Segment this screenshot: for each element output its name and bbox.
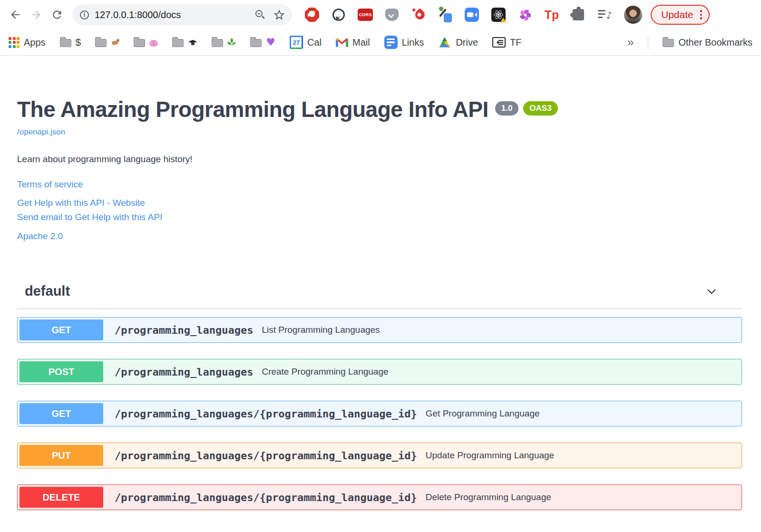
bookmark-star-icon[interactable] <box>273 9 285 21</box>
url-text[interactable]: 127.0.0.1:8000/docs <box>95 10 255 20</box>
swagger-page: The Amazing Programming Language Info AP… <box>0 56 761 510</box>
endpoint-summary: Create Programming Language <box>262 367 388 377</box>
endpoint-summary: Update Programming Language <box>426 450 554 461</box>
google-drive-icon <box>438 37 451 48</box>
page-title: The Amazing Programming Language Info AP… <box>17 97 488 123</box>
chat-bubble-icon[interactable] <box>331 7 346 22</box>
help-email-link[interactable]: Send email to Get Help with this API <box>17 212 742 222</box>
bookmark-label: TF <box>510 37 521 48</box>
openapi-spec-link[interactable]: /openapi.json <box>17 127 65 137</box>
browser-menu-kebab-icon[interactable] <box>700 10 702 19</box>
reload-button[interactable] <box>47 4 68 25</box>
endpoint-row[interactable]: PUT /programming_languages/{programming_… <box>17 443 742 468</box>
endpoint-summary: List Programming Languages <box>262 325 380 335</box>
endpoint-row[interactable]: POST /programming_languages Create Progr… <box>17 359 742 385</box>
red-diamond-extension-icon[interactable] <box>411 7 426 22</box>
links-list-icon <box>384 36 398 49</box>
bookmark-apps[interactable]: Apps <box>9 37 46 48</box>
page-info-icon[interactable]: i <box>80 10 89 19</box>
update-label: Update <box>661 9 693 20</box>
reload-icon <box>51 9 63 21</box>
bookmark-label: Cal <box>307 37 322 48</box>
bookmark-calendar[interactable]: 27 Cal <box>290 36 322 49</box>
folder-icon <box>663 39 674 47</box>
adblock-stop-hand-icon[interactable] <box>304 7 320 22</box>
music-queue-icon[interactable] <box>597 7 613 22</box>
bookmark-label: Mail <box>352 37 370 48</box>
endpoint-path: /programming_languages/{programming_lang… <box>115 450 417 462</box>
bookmark-label: Links <box>402 37 424 48</box>
bookmark-folder-horse[interactable] <box>95 38 119 47</box>
api-info-links: Terms of service Get Help with this API … <box>17 179 742 242</box>
endpoint-row[interactable]: GET /programming_languages/{programming_… <box>17 401 742 426</box>
license-link[interactable]: Apache 2.0 <box>17 231 742 242</box>
http-method-button[interactable]: GET <box>20 319 103 340</box>
bookmark-drive[interactable]: Drive <box>438 37 478 48</box>
gmail-icon <box>336 38 348 47</box>
zoom-level-icon[interactable] <box>255 10 265 20</box>
other-bookmarks[interactable]: Other Bookmarks <box>663 37 752 48</box>
endpoint-path: /programming_languages <box>115 366 253 378</box>
folder-icon <box>172 39 184 47</box>
tp-extension-icon[interactable]: Tp <box>544 7 559 22</box>
cors-extension-icon[interactable]: CORS <box>358 7 373 22</box>
terms-of-service-link[interactable]: Terms of service <box>17 179 742 190</box>
react-devtools-icon[interactable] <box>491 7 506 22</box>
collapse-chevron-icon[interactable] <box>705 285 718 298</box>
bookmark-label: Drive <box>456 37 478 48</box>
tf-card-icon <box>492 37 506 48</box>
folder-icon <box>134 39 145 47</box>
update-button[interactable]: Update <box>651 5 710 25</box>
google-calendar-icon: 27 <box>290 36 303 49</box>
forward-arrow-icon <box>30 9 42 21</box>
endpoint-summary: Get Programming Language <box>426 408 540 419</box>
folder-icon <box>250 39 262 47</box>
bookmarks-bar: Apps $ ♥ 27 Cal <box>0 29 761 56</box>
forward-button[interactable] <box>26 4 47 25</box>
zoom-video-camera-icon[interactable] <box>464 7 479 22</box>
herb-icon <box>227 39 236 46</box>
carousel-horse-icon <box>111 39 119 46</box>
dollar-sign-icon: $ <box>76 37 81 48</box>
address-bar[interactable]: i 127.0.0.1:8000/docs <box>72 4 292 25</box>
folder-icon <box>60 39 71 47</box>
bookmark-tf[interactable]: TF <box>492 37 521 48</box>
folder-icon <box>95 39 107 47</box>
bookmarks-overflow-chevron[interactable]: » <box>627 36 634 49</box>
bookmark-label: Other Bookmarks <box>678 37 752 48</box>
endpoint-row[interactable]: DELETE /programming_languages/{programmi… <box>17 484 742 510</box>
apps-grid-icon <box>9 37 20 48</box>
default-tag-section: default GET /programming_languages List … <box>17 283 742 510</box>
puzzle-extensions-icon[interactable] <box>571 7 586 22</box>
bookmark-mail[interactable]: Mail <box>336 37 370 48</box>
api-title-block: The Amazing Programming Language Info AP… <box>17 97 742 123</box>
bookmark-links[interactable]: Links <box>384 36 424 49</box>
endpoint-path: /programming_languages <box>115 324 253 336</box>
http-method-button[interactable]: DELETE <box>20 487 103 508</box>
endpoint-path: /programming_languages/{programming_lang… <box>115 408 417 420</box>
http-method-button[interactable]: POST <box>20 361 103 382</box>
version-badge: 1.0 <box>495 101 519 116</box>
api-description: Learn about programming language history… <box>17 154 742 164</box>
http-method-button[interactable]: PUT <box>20 445 103 466</box>
purple-flower-icon[interactable] <box>517 7 533 22</box>
endpoint-list: GET /programming_languages List Programm… <box>17 309 742 510</box>
purple-heart-icon: ♥ <box>266 39 275 46</box>
privacy-shield-icon[interactable] <box>384 7 400 22</box>
bookmark-folder-dollar[interactable]: $ <box>60 37 81 48</box>
profile-avatar[interactable] <box>624 6 642 24</box>
folder-icon <box>212 39 223 47</box>
back-button[interactable] <box>5 4 26 25</box>
bookmark-folder-graduation[interactable] <box>172 38 197 47</box>
bookmark-folder-herb[interactable] <box>212 38 236 47</box>
tag-section-header[interactable]: default <box>17 283 742 309</box>
tag-name: default <box>25 283 70 299</box>
color-eyedropper-icon[interactable] <box>438 7 453 22</box>
http-method-button[interactable]: GET <box>20 403 103 424</box>
bookmark-folder-brain[interactable] <box>134 38 158 47</box>
endpoint-path: /programming_languages/{programming_lang… <box>115 492 417 503</box>
endpoint-row[interactable]: GET /programming_languages List Programm… <box>17 317 742 343</box>
graduation-cap-icon <box>188 39 197 46</box>
bookmark-folder-heart[interactable]: ♥ <box>250 38 275 47</box>
help-website-link[interactable]: Get Help with this API - Website <box>17 198 742 208</box>
